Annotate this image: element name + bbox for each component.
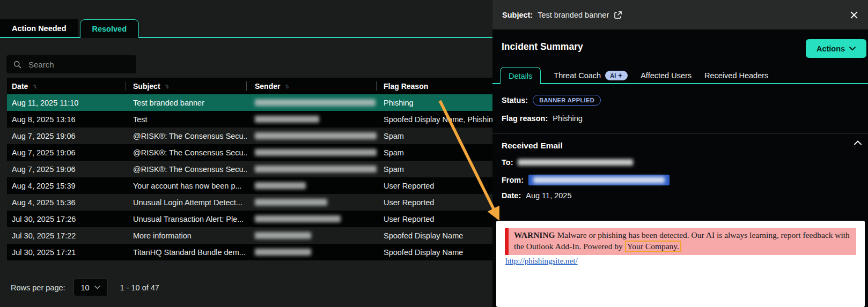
- table-row[interactable]: Aug 7, 2025 19:06@RISK®: The Consensus S…: [7, 144, 492, 161]
- tab-resolved[interactable]: Resolved: [80, 19, 139, 38]
- search-box[interactable]: [6, 55, 136, 73]
- column-label: Date: [12, 82, 28, 91]
- cell-flag-reason: Spam: [377, 132, 492, 140]
- cell-date: Aug 8, 2025 13:16: [7, 115, 126, 124]
- detail-tab-label: Details: [509, 72, 532, 80]
- table-row[interactable]: Aug 7, 2025 19:06@RISK®: The Consensus S…: [7, 128, 492, 144]
- received-email-title: Received Email: [502, 141, 563, 151]
- table-row[interactable]: Aug 8, 2025 13:16TestSpoofed Display Nam…: [7, 111, 492, 128]
- sender-redacted: [255, 99, 376, 106]
- column-header-sender[interactable]: Sender↑↓: [247, 78, 377, 94]
- table-row[interactable]: Aug 4, 2025 15:39Your account has now be…: [7, 177, 492, 194]
- warning-text: Malware or phishing has been detected. O…: [514, 230, 850, 251]
- rows-per-page-value: 10: [80, 283, 89, 292]
- from-value-redacted: [533, 177, 665, 183]
- warning-word: WARNING: [514, 230, 555, 239]
- detail-header-bar: Subject: Test branded banner: [492, 0, 868, 29]
- cell-date: Aug 4, 2025 15:36: [7, 198, 126, 207]
- phishing-warning-banner: WARNING Malware or phishing has been det…: [505, 228, 856, 255]
- email-to-row: To:: [502, 158, 633, 167]
- column-header-date[interactable]: Date↑↓: [7, 78, 126, 94]
- detail-tab-threat-coach[interactable]: Threat CoachAI: [554, 68, 628, 83]
- incident-table: Date↑↓Subject↑↓Sender↑↓Flag Reason Aug 1…: [7, 78, 492, 260]
- tab-action-needed[interactable]: Action Needed: [0, 19, 78, 37]
- status-label: Status:: [502, 96, 528, 104]
- actions-button[interactable]: Actions: [806, 39, 866, 58]
- cell-flag-reason: Phishing: [377, 99, 492, 107]
- sort-icon[interactable]: ↑↓: [165, 83, 170, 90]
- sort-icon[interactable]: ↑↓: [284, 83, 289, 90]
- panel-title: Incident Summary: [502, 41, 583, 53]
- from-value-selection: [528, 175, 670, 185]
- cell-sender: [247, 215, 377, 222]
- detail-tab-label: Affected Users: [641, 71, 692, 80]
- close-button[interactable]: [850, 11, 858, 19]
- cell-sender: [247, 99, 377, 106]
- table-row[interactable]: Aug 4, 2025 15:36Unusual Login Attempt D…: [7, 194, 492, 211]
- cell-subject: @RISK®: The Consensus Secu...: [126, 148, 247, 157]
- sort-icon[interactable]: ↑↓: [32, 83, 37, 90]
- table-row[interactable]: Aug 11, 2025 11:10Test branded bannerPhi…: [7, 94, 492, 111]
- column-label: Sender: [255, 82, 280, 91]
- cell-sender: [247, 199, 377, 206]
- cell-date: Aug 11, 2025 11:10: [7, 99, 126, 107]
- pagination-range: 1 - 10 of 47: [120, 283, 159, 292]
- column-header-flag-reason: Flag Reason: [377, 78, 492, 94]
- cell-date: Jul 30, 2025 17:21: [7, 248, 126, 257]
- sender-redacted: [255, 199, 327, 206]
- detail-tabs: DetailsThreat CoachAIAffected UsersRecei…: [492, 68, 868, 84]
- cell-sender: [247, 232, 377, 239]
- sender-redacted: [255, 232, 311, 239]
- flag-reason-value: Phishing: [553, 114, 583, 123]
- sender-redacted: [255, 182, 306, 189]
- subject-value: Test branded banner: [538, 11, 609, 19]
- pagination-bar: Rows per page: 10 1 - 10 of 47: [11, 279, 159, 296]
- cell-flag-reason: Spam: [377, 165, 492, 174]
- search-input[interactable]: [27, 59, 121, 70]
- detail-tab-affected-users[interactable]: Affected Users: [641, 68, 692, 83]
- date-label: Date:: [502, 191, 521, 200]
- cell-sender: [247, 132, 377, 139]
- column-label: Subject: [133, 82, 160, 91]
- cell-subject: @RISK®: The Consensus Secu...: [126, 132, 247, 140]
- to-label: To:: [502, 158, 513, 167]
- status-badge: BANNER APPLIED: [533, 95, 601, 106]
- app-window: Action NeededResolved Date↑↓Subject↑↓Sen…: [0, 0, 868, 307]
- sender-redacted: [255, 166, 377, 173]
- external-link-icon[interactable]: [614, 11, 622, 19]
- cell-flag-reason: User Reported: [377, 182, 492, 190]
- sender-redacted: [255, 149, 377, 156]
- detail-tab-label: Received Headers: [704, 71, 768, 80]
- table-row[interactable]: Jul 30, 2025 17:26Unusual Transaction Al…: [7, 211, 492, 227]
- detail-tab-details[interactable]: Details: [500, 67, 541, 84]
- collapse-chevron-up-icon[interactable]: [854, 140, 862, 145]
- cell-sender: [247, 182, 377, 189]
- table-row[interactable]: Aug 7, 2025 19:06@RISK®: The Consensus S…: [7, 161, 492, 177]
- from-label: From:: [502, 176, 524, 184]
- cell-sender: [247, 249, 377, 256]
- cell-sender: [247, 149, 377, 156]
- cell-subject: Test: [126, 115, 247, 124]
- rows-per-page-label: Rows per page:: [11, 283, 65, 292]
- table-row[interactable]: Jul 30, 2025 17:21TitanHQ Standard Bundl…: [7, 244, 492, 260]
- cell-flag-reason: User Reported: [377, 198, 492, 207]
- flag-reason-row: Flag reason: Phishing: [502, 114, 583, 123]
- detail-tab-received-headers[interactable]: Received Headers: [704, 68, 768, 83]
- cell-flag-reason: Spam: [377, 148, 492, 157]
- incident-list-panel: Action NeededResolved Date↑↓Subject↑↓Sen…: [0, 0, 492, 307]
- column-label: Flag Reason: [384, 82, 428, 91]
- chevron-down-icon: [94, 286, 100, 289]
- detail-tab-label: Threat Coach: [554, 71, 601, 80]
- phishing-link[interactable]: http://phishingsite.net/: [505, 257, 578, 266]
- cell-date: Aug 7, 2025 19:06: [7, 165, 126, 174]
- email-preview: WARNING Malware or phishing has been det…: [496, 221, 865, 307]
- table-row[interactable]: Jul 30, 2025 17:22More informationSpoofe…: [7, 227, 492, 244]
- cell-flag-reason: Spoofed Display Name: [377, 231, 492, 240]
- date-value: Aug 11, 2025: [526, 191, 571, 200]
- rows-per-page-select[interactable]: 10: [73, 279, 108, 296]
- cell-subject: Your account has now been p...: [126, 182, 247, 190]
- column-header-subject[interactable]: Subject↑↓: [126, 78, 247, 94]
- cell-date: Aug 7, 2025 19:06: [7, 132, 126, 140]
- cell-sender: [247, 166, 377, 173]
- cell-subject: @RISK®: The Consensus Secu...: [126, 165, 247, 174]
